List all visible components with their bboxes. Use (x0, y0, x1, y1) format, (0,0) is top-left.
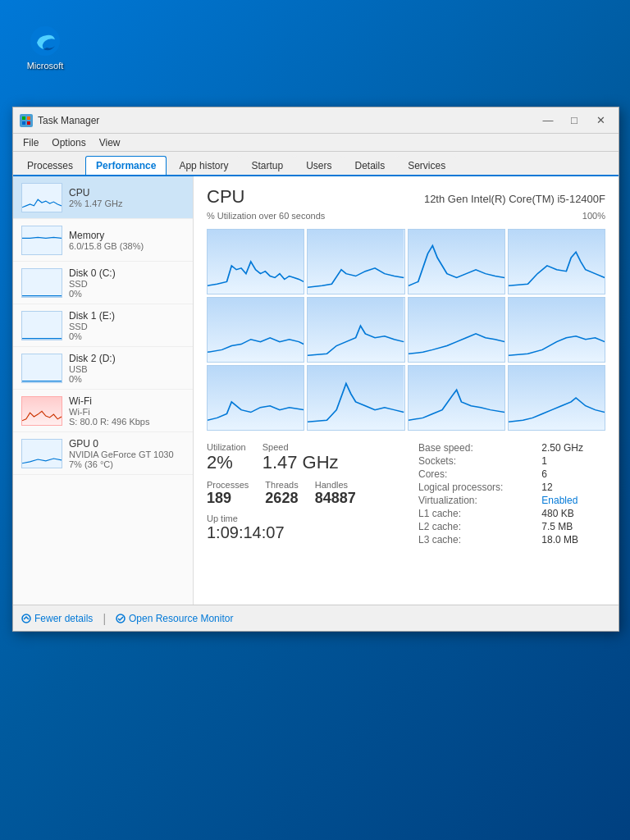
desktop-icon-label: Microsoft (27, 61, 64, 71)
sidebar-memory-name: Memory (69, 230, 185, 241)
sidebar-item-wifi[interactable]: Wi-Fi Wi-Fi S: 80.0 R: 496 Kbps (13, 390, 193, 432)
fewer-details-link[interactable]: Fewer details (21, 613, 93, 624)
desktop-icon-microsoft[interactable]: Microsoft (16, 25, 74, 71)
sidebar-item-disk0[interactable]: Disk 0 (C:) SSD 0% (13, 262, 193, 304)
virt-value: Enabled (541, 495, 605, 506)
cpu-info-grid: Base speed: 2.50 GHz Sockets: 1 Cores: 6… (418, 442, 605, 546)
tab-details[interactable]: Details (344, 156, 395, 175)
minimize-button[interactable]: — (536, 112, 559, 129)
cpu-header: CPU 12th Gen Intel(R) Core(TM) i5-12400F (207, 186, 605, 208)
utilization-block: Utilization 2% (207, 442, 246, 473)
sidebar-item-disk1[interactable]: Disk 1 (E:) SSD 0% (13, 304, 193, 347)
svg-rect-7 (409, 230, 504, 294)
cpu-graph-3 (508, 229, 605, 294)
base-speed-value: 2.50 GHz (541, 442, 605, 454)
sockets-value: 1 (541, 455, 605, 467)
tab-bar: Processes Performance App history Startu… (13, 152, 619, 176)
sidebar-disk1-info: Disk 1 (E:) SSD 0% (69, 310, 185, 341)
menu-options[interactable]: Options (45, 135, 92, 150)
taskmanager-icon (20, 114, 33, 127)
uptime-block: Up time 1:09:14:07 (207, 514, 394, 542)
menu-file[interactable]: File (16, 135, 45, 150)
cpu-graph-2 (408, 229, 505, 294)
task-manager-window: Task Manager — □ ✕ File Options View Pro… (12, 107, 619, 632)
speed-value: 1.47 GHz (262, 452, 339, 473)
utilization-value: 2% (207, 452, 246, 473)
cpu-graph-4 (207, 297, 304, 363)
uptime-value: 1:09:14:07 (207, 523, 394, 542)
sidebar-disk0-info: Disk 0 (C:) SSD 0% (69, 267, 185, 299)
cpu-graph-10 (408, 365, 505, 431)
handles-label: Handles (315, 480, 356, 490)
sidebar-wifi-name: Wi-Fi (69, 395, 185, 407)
tab-app-history[interactable]: App history (168, 156, 239, 175)
tab-services[interactable]: Services (397, 156, 456, 175)
sidebar-memory-graph (21, 226, 62, 255)
cpu-model: 12th Gen Intel(R) Core(TM) i5-12400F (424, 193, 605, 205)
sidebar-gpu-name: GPU 0 (69, 438, 185, 450)
graph-label: % Utilization over 60 seconds (207, 211, 325, 221)
svg-rect-15 (409, 366, 504, 430)
sidebar-gpu-sub2: 7% (36 °C) (69, 459, 185, 469)
processes-block: Processes 189 (207, 480, 249, 507)
handles-value: 84887 (315, 490, 356, 507)
uptime-label: Up time (207, 514, 394, 523)
graph-max: 100% (582, 211, 605, 226)
open-resource-monitor-link[interactable]: Open Resource Monitor (116, 613, 233, 624)
window-title: Task Manager (38, 115, 536, 126)
sidebar-disk0-sub1: SSD (69, 279, 185, 289)
svg-rect-12 (509, 298, 605, 362)
menu-view[interactable]: View (93, 135, 127, 150)
sidebar-wifi-sub1: Wi-Fi (69, 407, 185, 417)
sidebar-item-cpu[interactable]: CPU 2% 1.47 GHz (13, 176, 193, 219)
sidebar-item-memory[interactable]: Memory 6.0/15.8 GB (38%) (13, 219, 193, 262)
threads-block: Threads 2628 (265, 480, 298, 507)
sockets-label: Sockets: (418, 455, 525, 467)
sidebar-cpu-graph (21, 183, 62, 212)
tab-performance[interactable]: Performance (85, 156, 167, 175)
svg-rect-9 (208, 298, 304, 362)
cpu-title: CPU (207, 186, 244, 208)
chevron-up-icon (21, 614, 31, 623)
edge-icon (29, 25, 62, 57)
close-button[interactable]: ✕ (589, 112, 612, 129)
sidebar-disk0-sub2: 0% (69, 289, 185, 299)
tab-users[interactable]: Users (295, 156, 342, 175)
cores-value: 6 (541, 468, 605, 480)
cores-label: Cores: (418, 468, 525, 480)
svg-rect-5 (208, 230, 304, 294)
window-controls: — □ ✕ (536, 112, 612, 129)
tab-startup[interactable]: Startup (240, 156, 294, 175)
sidebar-memory-sub: 6.0/15.8 GB (38%) (69, 241, 185, 251)
logical-value: 12 (541, 482, 605, 493)
svg-point-17 (22, 614, 30, 623)
svg-rect-6 (308, 230, 404, 294)
svg-rect-1 (22, 116, 25, 120)
svg-rect-13 (208, 366, 304, 430)
speed-label: Speed (262, 442, 339, 452)
content-area: CPU 2% 1.47 GHz Memory 6.0/15.8 GB (38%) (13, 176, 619, 605)
processes-value: 189 (207, 490, 249, 507)
cpu-graph-0 (207, 229, 304, 294)
maximize-button[interactable]: □ (563, 112, 586, 129)
cpu-graph-1 (307, 229, 404, 294)
l1-label: L1 cache: (418, 508, 525, 519)
cpu-graph-grid (207, 229, 605, 431)
sidebar-memory-info: Memory 6.0/15.8 GB (38%) (69, 230, 185, 251)
sidebar-wifi-sub2: S: 80.0 R: 496 Kbps (69, 417, 185, 427)
sidebar-gpu-sub1: NVIDIA GeForce GT 1030 (69, 450, 185, 459)
sidebar-item-disk2[interactable]: Disk 2 (D:) USB 0% (13, 347, 193, 390)
l3-value: 18.0 MB (541, 534, 605, 546)
sidebar: CPU 2% 1.47 GHz Memory 6.0/15.8 GB (38%) (13, 176, 194, 605)
cpu-graph-6 (408, 297, 505, 363)
tab-processes[interactable]: Processes (16, 156, 84, 175)
speed-block: Speed 1.47 GHz (262, 442, 339, 473)
cpu-graph-9 (307, 365, 404, 431)
svg-rect-3 (22, 121, 25, 125)
sidebar-item-gpu[interactable]: GPU 0 NVIDIA GeForce GT 1030 7% (36 °C) (13, 432, 193, 475)
sidebar-cpu-info: CPU 2% 1.47 GHz (69, 187, 185, 208)
main-panel: CPU 12th Gen Intel(R) Core(TM) i5-12400F… (194, 176, 619, 605)
left-stats: Utilization 2% Speed 1.47 GHz Processes (207, 442, 394, 546)
cpu-graph-7 (508, 297, 605, 363)
sidebar-disk2-info: Disk 2 (D:) USB 0% (69, 353, 185, 384)
